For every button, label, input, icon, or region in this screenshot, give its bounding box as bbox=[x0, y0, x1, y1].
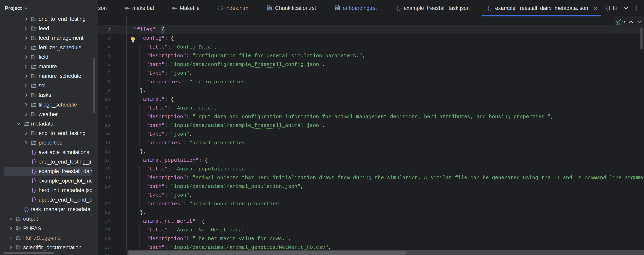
svg-text:RST: RST bbox=[268, 7, 271, 10]
svg-text:RST: RST bbox=[336, 7, 340, 10]
